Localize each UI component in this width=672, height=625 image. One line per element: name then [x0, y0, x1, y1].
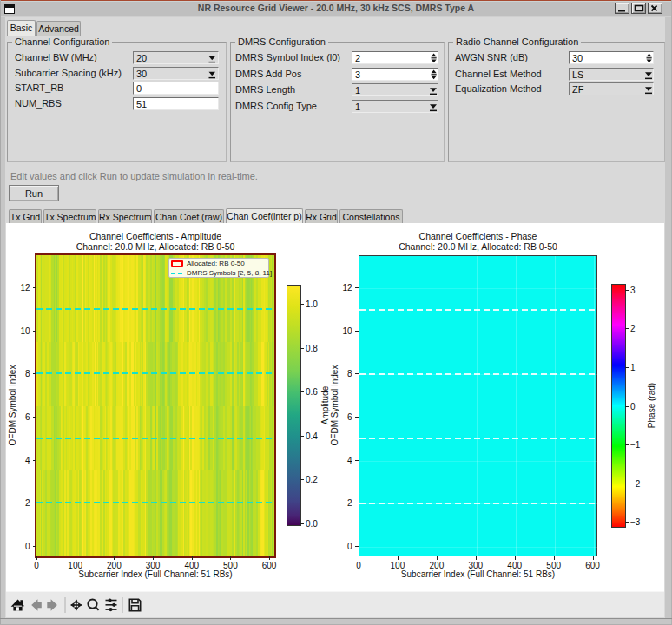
- svg-text:OFDM Symbol Index: OFDM Symbol Index: [8, 365, 17, 446]
- svg-text:OFDM Symbol Index: OFDM Symbol Index: [330, 365, 339, 446]
